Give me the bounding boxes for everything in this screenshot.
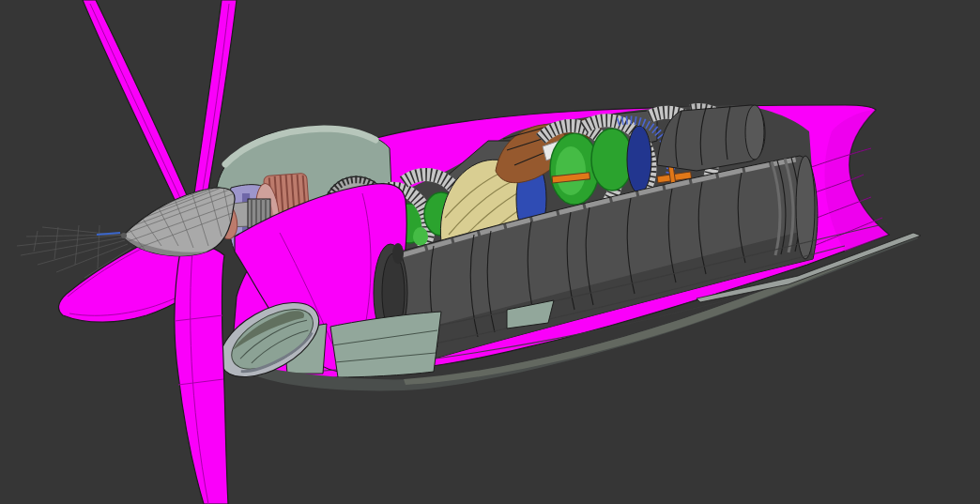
cad-viewport[interactable] — [0, 0, 980, 504]
spinner-tip — [121, 233, 127, 238]
model-scene — [0, 0, 980, 504]
turbine-disk-blue[interactable] — [627, 126, 651, 193]
